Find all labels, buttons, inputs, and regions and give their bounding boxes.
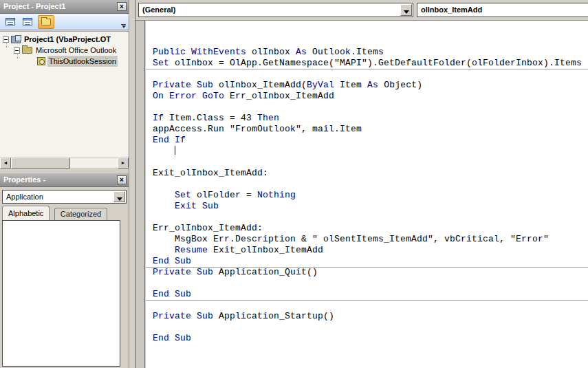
code-line xyxy=(153,212,588,223)
code-line: MsgBox Err.Description & " olSentItems_I… xyxy=(153,234,588,245)
collapse-icon[interactable] xyxy=(14,47,20,54)
code-line xyxy=(153,157,588,168)
scroll-left-icon[interactable]: ◄ xyxy=(0,158,11,169)
code-line: Exit Sub xyxy=(153,201,588,212)
properties-panel-title: Properties - xyxy=(3,175,45,184)
close-icon[interactable]: × xyxy=(117,2,127,11)
properties-list[interactable] xyxy=(2,220,120,367)
tree-row-thisoutlooksession[interactable]: ThisOutlookSession xyxy=(0,56,129,67)
scrollbar-thumb[interactable] xyxy=(11,158,70,169)
left-dock: Project - Project1 × Project1 (VbaP xyxy=(0,0,129,368)
code-line: Public WithEvents olInbox As Outlook.Ite… xyxy=(153,47,588,58)
code-margin-bar[interactable] xyxy=(135,21,145,368)
properties-tabs: Alphabetic Categorized xyxy=(2,206,127,220)
view-code-icon xyxy=(6,18,15,25)
chevron-down-icon[interactable] xyxy=(400,4,412,16)
properties-object-dropdown[interactable]: Application xyxy=(2,190,127,204)
project-panel-title: Project - Project1 xyxy=(3,2,65,10)
tree-label-outlook-objects: Microsoft Office Outlook xyxy=(34,45,118,56)
properties-panel-titlebar[interactable]: Properties - × xyxy=(0,173,129,187)
close-icon[interactable]: × xyxy=(117,175,127,184)
code-line: Private Sub Application_Startup() xyxy=(153,311,588,322)
code-header: (General) olInbox_ItemAdd xyxy=(135,0,588,21)
project-toolbar xyxy=(0,14,129,30)
code-line xyxy=(153,69,588,80)
code-line: End Sub xyxy=(153,256,588,267)
session-module-icon xyxy=(37,57,45,65)
project-panel: Project - Project1 × Project1 (VbaP xyxy=(0,0,129,30)
view-code-button[interactable] xyxy=(3,16,17,28)
tab-alphabetic[interactable]: Alphabetic xyxy=(2,206,50,220)
properties-panel: Properties - × Application Alphabetic Ca… xyxy=(0,173,129,368)
code-line: Set olFolder = Nothing xyxy=(153,190,588,201)
toggle-folders-icon xyxy=(41,19,51,25)
code-line: Private Sub Application_Quit() xyxy=(153,267,588,278)
procedure-dropdown-value: olInbox_ItemAdd xyxy=(417,3,588,17)
code-line: Resume Exit_olInbox_ItemAdd xyxy=(153,245,588,256)
code-line xyxy=(153,300,588,311)
code-line xyxy=(153,146,588,157)
code-line: Err_olInbox_ItemAdd: xyxy=(153,223,588,234)
code-line: appAccess.Run "FromOutlook", mail.Item xyxy=(153,124,588,135)
code-line: Exit_olInbox_ItemAdd: xyxy=(153,168,588,179)
object-dropdown[interactable]: (General) xyxy=(138,3,413,17)
code-window: (General) olInbox_ItemAdd Public WithEve… xyxy=(130,0,588,368)
object-dropdown-value: (General) xyxy=(139,3,400,17)
text-caret xyxy=(175,146,175,155)
code-editor[interactable]: Public WithEvents olInbox As Outlook.Ite… xyxy=(146,21,588,368)
code-line: End If xyxy=(153,135,588,146)
project-panel-titlebar[interactable]: Project - Project1 × xyxy=(0,0,129,14)
project-tree: Project1 (VbaProject.OT Microsoft Office… xyxy=(0,31,129,157)
tab-categorized[interactable]: Categorized xyxy=(54,208,107,220)
tree-row-outlook-objects[interactable]: Microsoft Office Outlook xyxy=(0,45,129,56)
view-object-button[interactable] xyxy=(21,16,34,28)
toggle-folders-button[interactable] xyxy=(38,15,54,29)
code-line: On Error GoTo Err_olInbox_ItemAdd xyxy=(153,91,588,102)
tree-row-project[interactable]: Project1 (VbaProject.OT xyxy=(0,34,129,45)
code-window-inner: (General) olInbox_ItemAdd Public WithEve… xyxy=(135,0,588,368)
properties-object-value: Application xyxy=(3,191,126,203)
toolbar-overflow-icon[interactable] xyxy=(120,24,127,28)
code-line: End Sub xyxy=(153,289,588,300)
scroll-right-icon[interactable]: ► xyxy=(118,158,129,169)
code-line: Set olInbox = OlApp.GetNamespace("MAPI")… xyxy=(153,58,588,69)
project-horizontal-scrollbar[interactable]: ◄ ► xyxy=(0,157,129,168)
procedure-dropdown[interactable]: olInbox_ItemAdd xyxy=(417,3,588,17)
tree-label-project: Project1 (VbaProject.OT xyxy=(23,34,112,45)
code-line xyxy=(153,322,588,333)
vba-project-icon xyxy=(11,36,21,43)
view-object-icon xyxy=(23,18,32,25)
code-line xyxy=(153,102,588,113)
code-line: Private Sub olInbox_ItemAdd(ByVal Item A… xyxy=(153,80,588,91)
code-line: If Item.Class = 43 Then xyxy=(153,113,588,124)
collapse-icon[interactable] xyxy=(3,36,9,43)
code-lines: Public WithEvents olInbox As Outlook.Ite… xyxy=(153,47,588,344)
folder-icon xyxy=(22,47,32,54)
chevron-down-icon[interactable] xyxy=(113,191,125,202)
tree-label-thisoutlooksession: ThisOutlookSession xyxy=(47,56,118,67)
code-line xyxy=(153,179,588,190)
code-line xyxy=(153,278,588,289)
code-line: End Sub xyxy=(153,333,588,344)
